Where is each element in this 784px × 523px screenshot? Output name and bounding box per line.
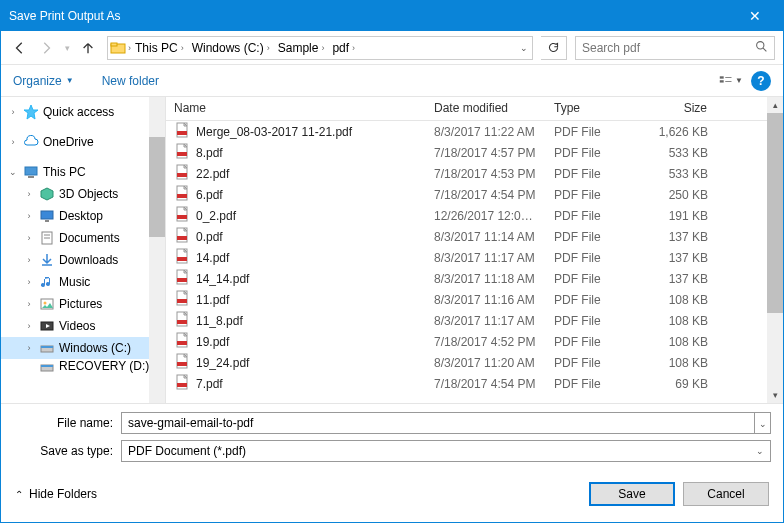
file-row[interactable]: 11_8.pdf8/3/2017 11:17 AMPDF File108 KB [166, 310, 783, 331]
save-button[interactable]: Save [589, 482, 675, 506]
address-dropdown[interactable]: ⌄ [516, 43, 532, 53]
tree-item-label: Desktop [59, 209, 103, 223]
file-row[interactable]: 19.pdf7/18/2017 4:52 PMPDF File108 KB [166, 331, 783, 352]
tree-item[interactable]: ›Videos [1, 315, 165, 337]
filename-dropdown[interactable]: ⌄ [755, 412, 771, 434]
tree-item[interactable]: ›Documents [1, 227, 165, 249]
column-date[interactable]: Date modified [426, 97, 546, 120]
file-type: PDF File [546, 356, 636, 370]
back-button[interactable] [9, 37, 31, 59]
navigation-tree[interactable]: ›Quick access›OneDrive⌄This PC›3D Object… [1, 97, 166, 403]
cancel-button[interactable]: Cancel [683, 482, 769, 506]
file-date: 7/18/2017 4:54 PM [426, 377, 546, 391]
breadcrumb-segment[interactable]: pdf› [328, 37, 359, 59]
column-type[interactable]: Type [546, 97, 636, 120]
forward-button[interactable] [35, 37, 57, 59]
file-row[interactable]: 22.pdf7/18/2017 4:53 PMPDF File533 KB [166, 163, 783, 184]
column-size[interactable]: Size [636, 97, 716, 120]
file-row[interactable]: 7.pdf7/18/2017 4:54 PMPDF File69 KB [166, 373, 783, 394]
pdf-icon [174, 143, 190, 162]
tree-item[interactable]: ›Desktop [1, 205, 165, 227]
new-folder-button[interactable]: New folder [102, 74, 159, 88]
pdf-icon [174, 332, 190, 351]
file-name: 11_8.pdf [196, 314, 243, 328]
tree-item[interactable]: RECOVERY (D:) [1, 359, 165, 373]
svg-rect-12 [41, 211, 53, 219]
expand-icon[interactable]: › [7, 137, 19, 147]
file-row[interactable]: 0_2.pdf12/26/2017 12:00 ...PDF File191 K… [166, 205, 783, 226]
up-button[interactable] [77, 37, 99, 59]
file-scrollbar[interactable]: ▴▾ [767, 97, 783, 403]
file-type: PDF File [546, 209, 636, 223]
filename-input[interactable] [121, 412, 755, 434]
tree-item[interactable]: ⌄This PC [1, 161, 165, 183]
footer: ⌃ Hide Folders Save Cancel [1, 472, 783, 516]
file-date: 8/3/2017 11:17 AM [426, 251, 546, 265]
tree-scrollbar[interactable] [149, 97, 165, 403]
expand-icon[interactable]: › [23, 321, 35, 331]
breadcrumb-segment[interactable]: Windows (C:)› [188, 37, 274, 59]
file-date: 7/18/2017 4:57 PM [426, 146, 546, 160]
saveas-select[interactable]: PDF Document (*.pdf) ⌄ [121, 440, 771, 462]
file-row[interactable]: 11.pdf8/3/2017 11:16 AMPDF File108 KB [166, 289, 783, 310]
recent-dropdown[interactable]: ▾ [61, 37, 73, 59]
expand-icon[interactable]: › [23, 255, 35, 265]
tree-item[interactable]: ›Quick access [1, 101, 165, 123]
view-options-button[interactable]: ▼ [719, 70, 743, 92]
svg-rect-22 [41, 346, 53, 348]
tree-item[interactable]: ›OneDrive [1, 131, 165, 153]
down-icon [39, 252, 55, 268]
file-row[interactable]: 14_14.pdf8/3/2017 11:18 AMPDF File137 KB [166, 268, 783, 289]
file-size: 533 KB [636, 167, 716, 181]
tree-item[interactable]: ›Downloads [1, 249, 165, 271]
pdf-icon [174, 122, 190, 141]
svg-rect-40 [177, 278, 187, 282]
search-input[interactable]: Search pdf [575, 36, 775, 60]
tree-item[interactable]: ›Pictures [1, 293, 165, 315]
hide-folders-button[interactable]: ⌃ Hide Folders [15, 487, 97, 501]
tree-item[interactable]: ›3D Objects [1, 183, 165, 205]
expand-icon[interactable]: › [23, 299, 35, 309]
svg-rect-36 [177, 236, 187, 240]
breadcrumb-segment[interactable]: This PC› [131, 37, 188, 59]
tree-item-label: Downloads [59, 253, 118, 267]
svg-marker-8 [24, 105, 38, 119]
expand-icon[interactable]: › [23, 277, 35, 287]
expand-icon[interactable]: › [23, 233, 35, 243]
column-name[interactable]: Name [166, 97, 426, 120]
file-row[interactable]: Merge_08-03-2017 11-21.pdf8/3/2017 11:22… [166, 121, 783, 142]
expand-icon[interactable]: › [23, 189, 35, 199]
file-row[interactable]: 14.pdf8/3/2017 11:17 AMPDF File137 KB [166, 247, 783, 268]
file-type: PDF File [546, 251, 636, 265]
file-row[interactable]: 8.pdf7/18/2017 4:57 PMPDF File533 KB [166, 142, 783, 163]
expand-icon[interactable]: › [23, 343, 35, 353]
file-row[interactable]: 19_24.pdf8/3/2017 11:20 AMPDF File108 KB [166, 352, 783, 373]
svg-point-2 [757, 41, 764, 48]
tree-item-label: Music [59, 275, 90, 289]
expand-icon[interactable]: › [23, 211, 35, 221]
svg-rect-13 [45, 220, 49, 222]
close-icon[interactable]: ✕ [735, 8, 775, 24]
svg-marker-11 [41, 188, 53, 200]
docs-icon [39, 230, 55, 246]
tree-item[interactable]: ›Music [1, 271, 165, 293]
help-button[interactable]: ? [751, 71, 771, 91]
file-row[interactable]: 0.pdf8/3/2017 11:14 AMPDF File137 KB [166, 226, 783, 247]
3d-icon [39, 186, 55, 202]
refresh-button[interactable] [541, 36, 567, 60]
organize-button[interactable]: Organize▼ [13, 74, 74, 88]
tree-item[interactable]: ›Windows (C:) [1, 337, 165, 359]
file-date: 7/18/2017 4:54 PM [426, 188, 546, 202]
file-name: 0.pdf [196, 230, 223, 244]
svg-rect-1 [111, 43, 117, 46]
address-bar[interactable]: › This PC›Windows (C:)›Sample›pdf› ⌄ [107, 36, 533, 60]
file-row[interactable]: 6.pdf7/18/2017 4:54 PMPDF File250 KB [166, 184, 783, 205]
file-size: 533 KB [636, 146, 716, 160]
tree-item-label: This PC [43, 165, 86, 179]
toolbar: Organize▼ New folder ▼ ? [1, 65, 783, 97]
expand-icon[interactable]: › [7, 107, 19, 117]
expand-icon[interactable]: ⌄ [7, 167, 19, 177]
tree-item-label: Videos [59, 319, 95, 333]
column-headers: Name Date modified Type Size [166, 97, 783, 121]
breadcrumb-segment[interactable]: Sample› [274, 37, 329, 59]
